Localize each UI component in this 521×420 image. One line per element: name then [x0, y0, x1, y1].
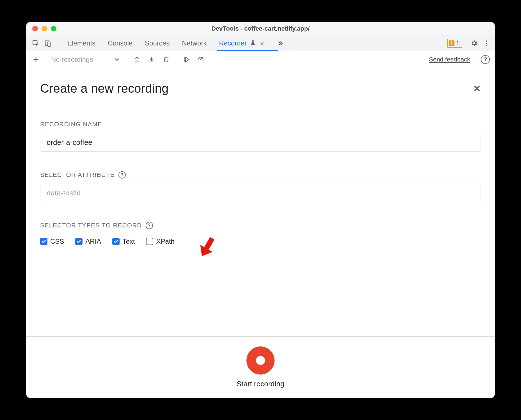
start-recording-button[interactable] [246, 346, 275, 375]
separator [57, 39, 57, 48]
help-icon[interactable]: ? [481, 55, 490, 64]
issues-count: 1 [456, 40, 460, 47]
recording-name-label: RECORDING NAME [40, 121, 481, 128]
send-feedback-link[interactable]: Send feedback [429, 56, 470, 63]
more-tabs-icon[interactable] [274, 38, 285, 49]
page-title: Create a new recording [40, 81, 168, 95]
checkbox-xpath[interactable]: XPath [146, 238, 174, 245]
checkbox-icon [40, 238, 47, 245]
more-options-icon[interactable] [481, 38, 492, 49]
checkbox-icon [112, 238, 120, 245]
start-recording-label: Start recording [237, 380, 285, 388]
close-form-button[interactable]: ✕ [473, 83, 481, 94]
tab-sources[interactable]: Sources [144, 36, 171, 51]
record-icon [256, 356, 265, 365]
separator [127, 55, 127, 64]
device-toolbar-icon[interactable] [42, 38, 54, 49]
checkbox-text[interactable]: Text [112, 238, 135, 245]
tab-console[interactable]: Console [107, 36, 134, 51]
inspect-element-icon[interactable] [30, 38, 41, 49]
checkbox-icon [75, 238, 83, 245]
recorder-toolbar: No recordings Send feedback ? [26, 51, 495, 68]
selector-attribute-label: SELECTOR ATTRIBUTE ? [40, 171, 481, 179]
selector-types-row: CSS ARIA Text XPath [40, 238, 481, 245]
selector-types-label: SELECTOR TYPES TO RECORD ? [40, 222, 481, 229]
tab-network[interactable]: Network [181, 36, 208, 51]
recording-name-input[interactable] [40, 133, 481, 152]
separator [176, 55, 176, 64]
chevron-down-icon[interactable] [112, 55, 122, 64]
export-icon[interactable] [132, 55, 142, 64]
panel-tabs: Elements Console Sources Network Recorde… [66, 36, 265, 51]
selector-attribute-input[interactable] [40, 184, 481, 202]
devtools-window: DevTools - coffee-cart.netlify.app/ Elem… [26, 22, 495, 398]
delete-icon[interactable] [161, 55, 171, 64]
footer: Start recording [26, 336, 495, 398]
tab-recorder-label: Recorder [219, 39, 247, 47]
tab-elements[interactable]: Elements [66, 36, 97, 51]
svg-rect-2 [48, 42, 51, 46]
warning-icon: ! [449, 40, 454, 46]
help-icon[interactable]: ? [118, 171, 126, 179]
close-window-button[interactable] [32, 26, 38, 31]
issues-badge[interactable]: ! 1 [447, 39, 462, 48]
help-icon[interactable]: ? [146, 222, 153, 229]
zoom-window-button[interactable] [51, 26, 56, 31]
recorder-create-form: Create a new recording ✕ RECORDING NAME … [26, 68, 495, 336]
settings-icon[interactable] [469, 38, 480, 49]
main-toolbar: Elements Console Sources Network Recorde… [26, 35, 495, 51]
step-icon[interactable] [196, 55, 205, 64]
titlebar: DevTools - coffee-cart.netlify.app/ [26, 22, 495, 35]
minimize-window-button[interactable] [42, 26, 47, 31]
svg-point-3 [486, 40, 487, 42]
checkbox-icon [146, 238, 153, 245]
separator [46, 55, 46, 64]
window-controls [26, 26, 56, 31]
new-recording-button[interactable] [31, 55, 41, 64]
close-tab-icon[interactable]: ✕ [260, 41, 264, 47]
experimental-icon [250, 39, 257, 47]
svg-point-4 [486, 42, 487, 44]
tab-recorder[interactable]: Recorder ✕ [218, 36, 265, 51]
checkbox-css[interactable]: CSS [40, 238, 64, 245]
svg-point-6 [200, 59, 201, 60]
replay-icon[interactable] [181, 55, 191, 64]
window-title: DevTools - coffee-cart.netlify.app/ [26, 25, 495, 32]
recordings-dropdown[interactable]: No recordings [51, 56, 107, 63]
checkbox-aria[interactable]: ARIA [75, 238, 101, 245]
svg-point-5 [486, 45, 487, 46]
import-icon[interactable] [147, 55, 156, 64]
